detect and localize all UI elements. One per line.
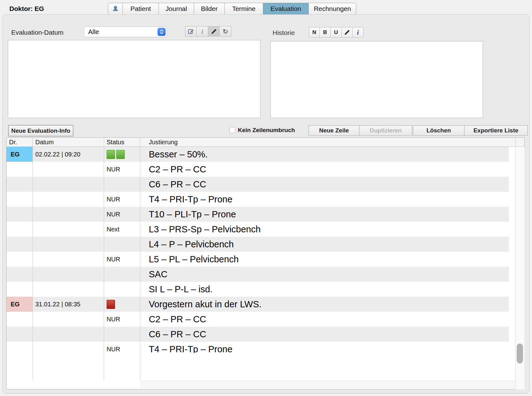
column-header-status[interactable]: Status	[104, 139, 140, 146]
justierung-cell: SI L – P-L – isd.	[140, 284, 509, 295]
evaluation-info-textarea[interactable]	[8, 40, 260, 118]
status-green-square-icon	[107, 150, 115, 159]
status-cell: NUR	[104, 256, 140, 263]
table-row[interactable]: EG02.02.22 | 09:20Besser – 50%.	[7, 147, 509, 162]
info-icon[interactable]: i	[353, 27, 364, 37]
status-cell: NUR	[104, 166, 140, 173]
table-row[interactable]: SAC	[7, 267, 509, 282]
historie-label: Historie	[273, 29, 295, 37]
column-header-dr[interactable]: Dr.	[7, 139, 33, 146]
exportiere-liste-button[interactable]: Exportiere Liste	[464, 125, 528, 136]
pencil-icon[interactable]	[342, 27, 353, 37]
dr-cell: EG	[7, 297, 33, 312]
column-divider	[33, 138, 33, 380]
refresh-icon: ↻	[223, 28, 228, 35]
status-green-square-icon	[116, 150, 125, 159]
table-row[interactable]: SI L – P-L – isd.	[7, 282, 509, 297]
tab-termine[interactable]: Termine	[225, 3, 263, 15]
tab-evaluation[interactable]: Evaluation	[263, 3, 309, 15]
evaluation-date-select[interactable]: Alle	[84, 27, 167, 37]
dr-cell	[7, 267, 33, 282]
new-evaluation-info-button[interactable]: Neue Evaluation-Info	[8, 125, 73, 136]
status-label: NUR	[107, 166, 120, 173]
tab-person-icon[interactable]	[108, 3, 123, 15]
status-cell: NUR	[104, 196, 140, 203]
table-row[interactable]: C6 – PR – CC	[7, 177, 509, 192]
löschen-button[interactable]: Löschen	[413, 125, 464, 136]
info-icon: i	[357, 29, 359, 36]
status-label: Next	[107, 226, 119, 233]
column-divider	[140, 138, 140, 380]
status-cell	[104, 300, 140, 309]
dr-cell	[7, 327, 33, 342]
compose-icon[interactable]	[185, 26, 197, 37]
column-header-datum[interactable]: Datum	[33, 139, 104, 146]
info-icon: i	[201, 28, 203, 35]
status-cell	[104, 150, 140, 159]
horizontal-scrollbar-track[interactable]	[141, 381, 515, 389]
justierung-cell: L3 – PRS-Sp – Pelvicbench	[140, 224, 509, 235]
vertical-scrollbar-thumb[interactable]	[517, 344, 523, 364]
table-row[interactable]: C6 – PR – CC	[7, 327, 509, 342]
neue-zeile-button[interactable]: Neue Zeile	[309, 125, 359, 136]
dr-cell: EG	[7, 147, 33, 162]
table-row[interactable]: NextL3 – PRS-Sp – Pelvicbench	[7, 222, 509, 237]
column-divider	[515, 138, 515, 147]
tab-journal[interactable]: Journal	[159, 3, 194, 15]
tab-rechnungen[interactable]: Rechnungen	[309, 3, 356, 15]
status-cell: NUR	[104, 316, 140, 323]
format-n-button[interactable]: N	[309, 27, 320, 37]
justierung-cell: T10 – PLI-Tp – Prone	[140, 209, 509, 220]
tab-bar: PatientJournalBilderTermineEvaluationRec…	[108, 3, 356, 15]
refresh-icon[interactable]: ↻	[220, 26, 231, 37]
justierung-cell: T4 – PRI-Tp – Prone	[140, 194, 509, 205]
justierung-cell: C2 – PR – CC	[140, 164, 509, 175]
format-b-button[interactable]: B	[320, 27, 331, 37]
status-label: NUR	[107, 316, 120, 323]
nowrap-checkbox[interactable]	[229, 127, 235, 133]
dr-cell	[7, 192, 33, 207]
status-cell: Next	[104, 226, 140, 233]
dr-cell	[7, 282, 33, 297]
dr-cell	[7, 207, 33, 222]
justierung-cell: T4 – PRI-Tp – Prone	[140, 344, 509, 353]
justierung-cell: C2 – PR – CC	[140, 314, 509, 324]
table-header: Dr.DatumStatusJustierung	[7, 138, 524, 147]
format-u-button[interactable]: U	[331, 27, 342, 37]
justierung-cell: Besser – 50%.	[140, 149, 509, 160]
edit-toolbar: i↻	[185, 26, 231, 37]
table-row[interactable]: NURT10 – PLI-Tp – Prone	[7, 207, 509, 222]
info-icon[interactable]: i	[197, 26, 208, 37]
status-label: NUR	[107, 346, 120, 353]
dr-cell	[7, 177, 33, 192]
table-row[interactable]: L4 – P – Pelvicbench	[7, 237, 509, 252]
justierung-cell: C6 – PR – CC	[140, 329, 509, 339]
status-label: NUR	[107, 211, 120, 218]
pencil-icon[interactable]	[208, 26, 220, 37]
nowrap-label: Kein Zeilenumbruch	[238, 127, 295, 134]
datum-cell: 31.01.22 | 08:35	[33, 301, 104, 308]
duplizieren-button: Duplizieren	[359, 125, 412, 136]
tab-bilder[interactable]: Bilder	[194, 3, 225, 15]
action-button-group: Neue ZeileDuplizierenLöschenExportiere L…	[309, 125, 528, 136]
column-header-justierung[interactable]: Justierung	[140, 139, 509, 146]
status-label: NUR	[107, 196, 120, 203]
dr-cell	[7, 222, 33, 237]
table-row[interactable]: NURC2 – PR – CC	[7, 162, 509, 177]
table-rows: EG02.02.22 | 09:20Besser – 50%.NURC2 – P…	[7, 147, 515, 353]
table-row[interactable]: NURC2 – PR – CC	[7, 312, 509, 327]
column-divider	[104, 138, 104, 380]
dr-cell	[7, 237, 33, 252]
table-row[interactable]: NURT4 – PRI-Tp – Prone	[7, 342, 509, 353]
table-row[interactable]: NURL5 – PL – Pelvicbench	[7, 252, 509, 267]
historie-textarea[interactable]	[270, 41, 483, 118]
justierung-cell: SAC	[140, 269, 509, 280]
status-cell: NUR	[104, 346, 140, 353]
table-row[interactable]: NURT4 – PRI-Tp – Prone	[7, 192, 509, 207]
dr-cell	[7, 252, 33, 267]
tab-patient[interactable]: Patient	[123, 3, 159, 15]
table-row[interactable]: EG31.01.22 | 08:35Vorgestern akut in der…	[7, 297, 509, 312]
dr-cell	[7, 312, 33, 327]
chevron-updown-icon	[158, 28, 166, 36]
status-cell: NUR	[104, 211, 140, 218]
